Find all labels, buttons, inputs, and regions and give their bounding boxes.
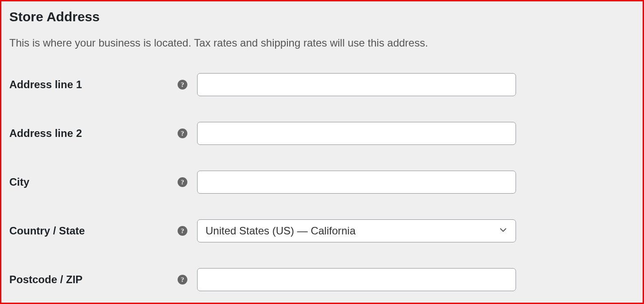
label-address-line-2: Address line 2 <box>9 127 178 140</box>
store-address-form: Store Address This is where your busines… <box>0 0 644 304</box>
address-line-2-input[interactable] <box>197 122 516 145</box>
help-icon[interactable]: ? <box>178 226 187 236</box>
row-postcode: Postcode / ZIP ? <box>9 268 635 291</box>
help-icon[interactable]: ? <box>178 275 187 285</box>
country-state-select[interactable]: United States (US) — California <box>197 219 516 242</box>
row-address-line-2: Address line 2 ? <box>9 122 635 145</box>
section-description: This is where your business is located. … <box>9 37 635 49</box>
help-icon[interactable]: ? <box>178 80 187 90</box>
address-line-1-input[interactable] <box>197 73 516 96</box>
label-city: City <box>9 176 178 188</box>
row-city: City ? <box>9 171 635 194</box>
help-icon[interactable]: ? <box>178 177 187 187</box>
row-country-state: Country / State ? United States (US) — C… <box>9 219 635 242</box>
label-address-line-1: Address line 1 <box>9 78 178 91</box>
city-input[interactable] <box>197 171 516 194</box>
section-title: Store Address <box>9 9 635 24</box>
postcode-input[interactable] <box>197 268 516 291</box>
label-postcode: Postcode / ZIP <box>9 273 178 286</box>
help-icon[interactable]: ? <box>178 129 187 138</box>
row-address-line-1: Address line 1 ? <box>9 73 635 96</box>
chevron-down-icon <box>499 226 508 236</box>
label-country-state: Country / State <box>9 225 178 237</box>
country-state-selected-value: United States (US) — California <box>206 225 499 237</box>
